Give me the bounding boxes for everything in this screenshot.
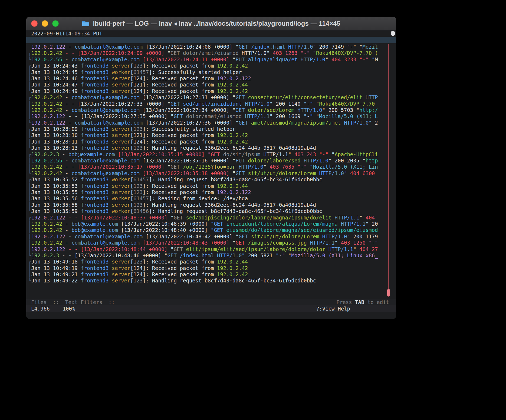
log-line[interactable]: │Jan 13 10:49:21 frontend3 server[124]: … bbox=[26, 271, 396, 278]
filter-bar-hint: Press TAB to edit bbox=[337, 299, 389, 305]
error-marker-rail[interactable] bbox=[388, 44, 389, 297]
error-nav-hint: Press e/E to move forward/backward throu… bbox=[26, 312, 396, 319]
scrollbar-position-thumb[interactable] bbox=[387, 289, 390, 296]
log-line[interactable]: │Jan 13 10:24:45 frontend3 worker[61457]… bbox=[26, 69, 396, 75]
tab-key-label: TAB bbox=[355, 299, 364, 305]
log-line[interactable]: └192.0.2.42 - combatcarl@example.com [13… bbox=[26, 170, 396, 176]
log-line[interactable]: └Jan 13 10:35:59 frontend3 worker[61456]… bbox=[26, 208, 396, 214]
log-line[interactable]: ┌192.0.2.42 - combatcarl@example.com [13… bbox=[26, 94, 396, 101]
log-line[interactable]: │Jan 13 10:35:58 frontend3 server[123]: … bbox=[26, 202, 396, 208]
log-line[interactable]: ┌Jan 13 10:49:18 frontend3 server[123]: … bbox=[26, 259, 396, 265]
log-line[interactable]: │Jan 13 10:49:19 frontend3 server[124]: … bbox=[26, 265, 396, 271]
close-button[interactable] bbox=[31, 20, 38, 27]
time-bracket: ┌ bbox=[28, 176, 31, 182]
time-bracket: │ bbox=[28, 101, 31, 107]
zoom-button[interactable] bbox=[52, 20, 59, 27]
log-line[interactable]: ┌Jan 13 10:35:52 frontend3 worker[61457]… bbox=[26, 176, 396, 183]
time-bracket: │ bbox=[28, 183, 31, 189]
log-line[interactable]: │192.0.2.122 - - [13/Jan/2022:10:48:44 +… bbox=[26, 246, 396, 252]
log-line[interactable]: ┌Jan 13 10:24:43 frontend3 server[123]: … bbox=[26, 63, 396, 69]
time-bracket: │ bbox=[28, 132, 31, 138]
log-line[interactable]: │Jan 13 10:35:55 frontend3 server[123]: … bbox=[26, 189, 396, 195]
log-line[interactable]: │192.0.2.42 - combatcarl@example.com [13… bbox=[26, 240, 396, 246]
log-line[interactable]: └Jan 13 10:24:49 frontend3 server[124]: … bbox=[26, 88, 396, 94]
log-line[interactable]: │192.0.2.42 - - [13/Jan/2022:10:27:33 +0… bbox=[26, 101, 396, 107]
status-position: L4,966100% bbox=[31, 305, 75, 312]
status-bar: L4,966100% ?:View Help bbox=[26, 305, 396, 312]
window-title-text: lbuild-perf — LOG — lnav ◂ lnav ../lnav/… bbox=[93, 20, 340, 27]
log-line[interactable]: ┌192.0.2.3 - bob@example.com [13/Jan/202… bbox=[26, 151, 396, 158]
filter-bar-left[interactable]: Files :: Text Filters :: bbox=[31, 299, 115, 305]
time-bracket: └ bbox=[28, 88, 31, 94]
time-bracket: │ bbox=[28, 113, 31, 119]
log-line[interactable]: ┌192.0.2.122 - - [13/Jan/2022:10:48:37 +… bbox=[26, 215, 396, 221]
log-line[interactable]: └192.0.2.122 - combatcarl@example.com [1… bbox=[26, 120, 396, 126]
time-bracket: │ bbox=[28, 158, 31, 164]
log-line[interactable]: 192.0.2.122 - combatcarl@example.com [13… bbox=[26, 44, 396, 50]
time-bracket: │ bbox=[28, 189, 31, 195]
log-line[interactable]: └Jan 13 10:28:13 frontend3 server[123]: … bbox=[26, 145, 396, 151]
time-bracket: ┌ bbox=[28, 126, 31, 132]
time-bracket: │ bbox=[28, 246, 31, 252]
log-line[interactable]: ┌192.0.2.42 - - [13/Jan/2022:10:24:09 +0… bbox=[26, 50, 396, 56]
log-line[interactable]: │Jan 13 10:24:47 frontend3 server[121]: … bbox=[26, 82, 396, 88]
time-bracket: │ bbox=[28, 227, 31, 233]
time-bracket: └ bbox=[28, 278, 31, 284]
time-bracket: │ bbox=[28, 234, 31, 239]
line-number: L4,966 bbox=[31, 306, 50, 312]
log-line[interactable]: └Jan 13 10:49:22 frontend3 server[123]: … bbox=[26, 278, 396, 284]
time-bracket: └ bbox=[28, 120, 31, 126]
log-line[interactable]: │192.0.2.122 - combatcarl@example.com [1… bbox=[26, 234, 396, 240]
lnav-clock: 2022-09-01T14:09:34 PDT bbox=[26, 30, 396, 37]
view-help-hint[interactable]: ?:View Help bbox=[316, 305, 350, 312]
log-line[interactable]: └192.0.2.3 - - [13/Jan/2022:10:48:46 +00… bbox=[26, 252, 396, 259]
window-title: lbuild-perf — LOG — lnav ◂ lnav ../lnav/… bbox=[82, 20, 340, 27]
time-bracket: ┌ bbox=[28, 63, 31, 69]
log-line[interactable]: │Jan 13 10:35:53 frontend3 server[123]: … bbox=[26, 183, 396, 189]
log-line[interactable]: │192.0.2.42 - combatcarl@example.com [13… bbox=[26, 107, 396, 113]
log-view[interactable]: 192.0.2.122 - combatcarl@example.com [13… bbox=[26, 43, 396, 299]
time-bracket: │ bbox=[28, 271, 31, 277]
log-line[interactable]: │Jan 13 10:24:46 frontend3 server[124]: … bbox=[26, 75, 396, 82]
log-line[interactable]: │192.0.2.42 - bob@example.com [13/Jan/20… bbox=[26, 221, 396, 227]
folder-icon bbox=[82, 21, 90, 26]
time-bracket bbox=[28, 44, 31, 50]
time-bracket: └ bbox=[28, 170, 31, 176]
time-bracket: │ bbox=[28, 195, 31, 201]
time-bracket: └ bbox=[28, 145, 31, 151]
breadcrumb: LOG⟩2022-01-13T10:24:08.000⟩access_log⟩a… bbox=[26, 37, 396, 43]
time-bracket: └ bbox=[28, 208, 31, 214]
time-bracket: │ bbox=[28, 69, 31, 75]
log-line[interactable]: ┌Jan 13 10:28:09 frontend3 server[123]: … bbox=[26, 126, 396, 132]
time-bracket: ┌ bbox=[28, 151, 31, 157]
log-line[interactable]: └192.0.2.55 - combatcarl@example.com [13… bbox=[26, 56, 396, 63]
time-bracket: └ bbox=[28, 56, 31, 62]
time-bracket: ┌ bbox=[28, 259, 31, 265]
traffic-lights bbox=[31, 17, 59, 30]
window-titlebar[interactable]: lbuild-perf — LOG — lnav ◂ lnav ../lnav/… bbox=[26, 17, 396, 30]
time-bracket: │ bbox=[28, 240, 31, 246]
log-line[interactable]: │Jan 13 10:28:11 frontend3 server[124]: … bbox=[26, 139, 396, 145]
scrollbar-top-thumb[interactable] bbox=[391, 31, 395, 36]
filter-bar: Files :: Text Filters :: Press TAB to ed… bbox=[26, 299, 396, 305]
log-line[interactable]: │192.0.2.42 - bob@example.com [13/Jan/20… bbox=[26, 227, 396, 233]
time-bracket: ┌ bbox=[28, 94, 31, 100]
scroll-percent: 100% bbox=[63, 306, 75, 312]
time-bracket: ┌ bbox=[28, 50, 31, 56]
time-bracket: │ bbox=[28, 107, 31, 113]
time-bracket: │ bbox=[28, 164, 31, 170]
time-bracket: │ bbox=[28, 75, 31, 81]
terminal-window: lbuild-perf — LOG — lnav ◂ lnav ../lnav/… bbox=[26, 17, 396, 319]
time-bracket: │ bbox=[28, 221, 31, 227]
log-line[interactable]: │192.0.2.55 - combatcarl@example.com [13… bbox=[26, 158, 396, 164]
time-bracket: │ bbox=[28, 265, 31, 271]
minimize-button[interactable] bbox=[42, 20, 48, 27]
time-bracket: │ bbox=[28, 82, 31, 88]
time-bracket: │ bbox=[28, 202, 31, 208]
log-line[interactable]: │Jan 13 10:35:56 frontend3 worker[61457]… bbox=[26, 195, 396, 202]
log-line[interactable]: │192.0.2.42 - - [13/Jan/2022:10:35:17 +0… bbox=[26, 164, 396, 170]
time-bracket: ┌ bbox=[28, 215, 31, 221]
log-line[interactable]: │192.0.2.122 - - [13/Jan/2022:10:27:35 +… bbox=[26, 113, 396, 119]
time-bracket: │ bbox=[28, 139, 31, 145]
log-line[interactable]: │Jan 13 10:28:10 frontend3 server[121]: … bbox=[26, 132, 396, 138]
